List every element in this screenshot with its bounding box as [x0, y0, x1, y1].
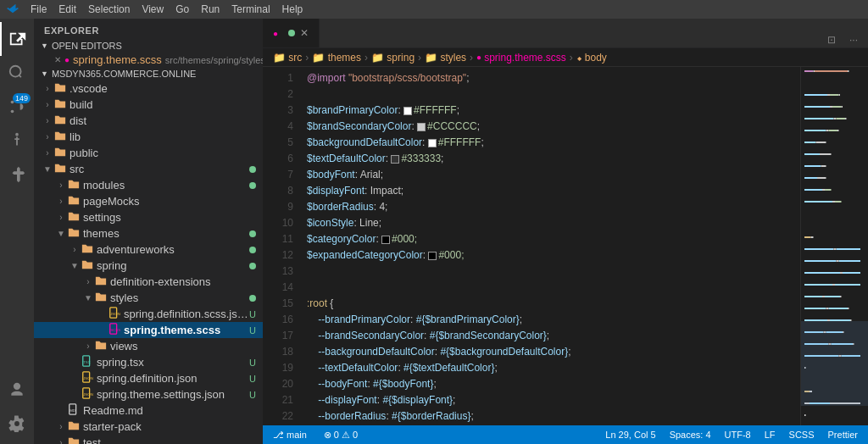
status-branch-label: main [287, 430, 307, 440]
activity-search[interactable] [0, 56, 34, 90]
breadcrumb-file[interactable]: ● spring.theme.scss [476, 52, 566, 64]
svg-text:TSX: TSX [83, 360, 91, 364]
tree-item-spring-theme-scss[interactable]: SCSSspring.theme.scssU [34, 322, 263, 338]
menu-edit[interactable]: Edit [53, 2, 81, 17]
status-language[interactable]: SCSS [786, 430, 818, 440]
line-number: 7 [270, 167, 293, 183]
tree-item-definition-extensions[interactable]: ›definition-extensions [34, 274, 263, 290]
code-token: #FFFFFF [414, 103, 457, 119]
activity-debug[interactable] [0, 124, 34, 158]
breadcrumb-styles[interactable]: 📁 styles [425, 52, 466, 64]
tree-item-lib[interactable]: ›lib [34, 129, 263, 145]
tree-item-views[interactable]: ›views [34, 338, 263, 354]
tab-close-button[interactable]: ✕ [300, 27, 309, 39]
tree-item-label: build [70, 98, 263, 111]
tree-item-label: spring.tsx [97, 356, 249, 369]
line-number: 19 [270, 360, 293, 376]
tree-arrow: › [54, 197, 68, 206]
tree-arrow: ▼ [41, 164, 54, 174]
status-errors[interactable]: ⊗ 0 ⚠ 0 [320, 430, 361, 441]
activity-source-control[interactable]: 149 [0, 90, 34, 124]
color-swatch [428, 139, 437, 147]
status-position[interactable]: Ln 29, Col 5 [602, 430, 659, 440]
tree-item-themes[interactable]: ▼themes [34, 225, 263, 241]
code-token: : [410, 312, 416, 328]
tree-item-settings[interactable]: ›settings [34, 209, 263, 225]
status-eol[interactable]: LF [761, 430, 779, 440]
tree-item-dist[interactable]: ›dist [34, 113, 263, 129]
activity-bar: 149 [0, 19, 34, 444]
menu-run[interactable]: Run [196, 2, 225, 17]
tree-arrow: ▼ [54, 229, 68, 238]
tree-file-icon [95, 275, 107, 289]
line-number: 15 [270, 296, 293, 312]
code-line: $displayFont: Impact; [300, 183, 800, 199]
color-swatch [417, 123, 426, 131]
menu-view[interactable]: View [136, 2, 169, 17]
tree-item-spring-definition-json[interactable]: JSONspring.definition.jsonU [34, 370, 263, 386]
svg-text:JSON: JSON [83, 376, 93, 380]
code-token: ; [453, 392, 455, 408]
tree-item-adventureworks[interactable]: ›adventureworks [34, 241, 263, 258]
open-editors-group[interactable]: ▼ OPEN EDITORS [34, 39, 263, 53]
editor-tab-scss[interactable]: ● ✕ [263, 19, 320, 47]
tree-item-public[interactable]: ›public [34, 145, 263, 161]
tree-item-src[interactable]: ▼src [34, 161, 263, 177]
tree-arrow: › [68, 245, 81, 254]
code-token: $brandSecondaryColor [307, 119, 411, 135]
line-number: 4 [270, 119, 293, 135]
tree-item-spring-definition-scss-json[interactable]: JSONspring.definition.scss.jsonU [34, 306, 263, 322]
status-branch[interactable]: ⎇ main [270, 430, 310, 441]
menu-help[interactable]: Help [277, 2, 309, 17]
code-token: #000; [392, 231, 417, 247]
activity-bottom [0, 373, 34, 441]
tree-item-spring[interactable]: ▼spring [34, 258, 263, 274]
open-editor-scss[interactable]: ✕ ● spring.theme.scss src/themes/spring/… [34, 53, 263, 67]
minimize-button[interactable] [778, 0, 804, 19]
code-content[interactable]: @import "bootstrap/scss/bootstrap"; $bra… [300, 67, 800, 425]
tree-item-styles[interactable]: ▼styles [34, 290, 263, 306]
more-actions-icon[interactable]: ··· [846, 32, 861, 47]
breadcrumb-themes[interactable]: 📁 themes [312, 52, 361, 64]
status-spaces[interactable]: Spaces: 4 [666, 430, 715, 440]
breadcrumb-src[interactable]: 📁 src [273, 52, 302, 64]
menu-file[interactable]: File [25, 2, 52, 17]
code-token: : Arial; [355, 167, 383, 183]
tree-item-spring-theme-settings-json[interactable]: JSONspring.theme.settings.jsonU [34, 386, 263, 402]
breadcrumb-symbol[interactable]: ⬥ body [576, 52, 607, 64]
title-bar: File Edit Selection View Go Run Terminal… [0, 0, 868, 19]
activity-extensions[interactable] [0, 158, 34, 191]
activity-account[interactable] [0, 373, 34, 407]
tree-item-spring-tsx[interactable]: TSXspring.tsxU [34, 354, 263, 370]
close-button[interactable] [836, 0, 861, 19]
code-token: { [327, 296, 333, 312]
tree-item-modules[interactable]: ›modules [34, 177, 263, 193]
breadcrumb-spring[interactable]: 📁 spring [371, 52, 415, 64]
tree-item-readme-md[interactable]: MDReadme.md [34, 402, 263, 419]
tree-item-build[interactable]: ›build [34, 97, 263, 113]
activity-explorer[interactable] [0, 22, 34, 56]
tree-item-starter-pack[interactable]: ›starter-pack [34, 419, 263, 435]
project-root-group[interactable]: ▼ MSDYN365.COMMERCE.ONLINE [34, 67, 263, 80]
code-line: :root { [300, 296, 800, 312]
code-line: $expandedCategoryColor: #000; [300, 247, 800, 264]
tree-item-test[interactable]: ›test [34, 435, 263, 444]
tree-file-icon [54, 162, 66, 176]
tree-item--vscode[interactable]: ›.vscode [34, 80, 263, 97]
line-number: 12 [270, 247, 293, 264]
tree-item-pagemocks[interactable]: ›pageMocks [34, 193, 263, 209]
split-editor-icon[interactable]: ⊡ [824, 32, 839, 47]
menu-go[interactable]: Go [170, 2, 194, 17]
status-formatter[interactable]: Prettier [825, 430, 861, 440]
status-encoding[interactable]: UTF-8 [721, 430, 754, 440]
menu-selection[interactable]: Selection [83, 2, 135, 17]
scss-icon: ● [64, 55, 70, 64]
activity-settings[interactable] [0, 407, 34, 441]
tree-file-icon [81, 242, 93, 257]
code-token: --displayFont [307, 392, 377, 408]
tree-modified-dot [249, 295, 256, 302]
svg-point-1 [11, 110, 14, 114]
menu-terminal[interactable]: Terminal [226, 2, 275, 17]
code-token: ; [466, 70, 469, 86]
maximize-button[interactable] [807, 0, 832, 19]
